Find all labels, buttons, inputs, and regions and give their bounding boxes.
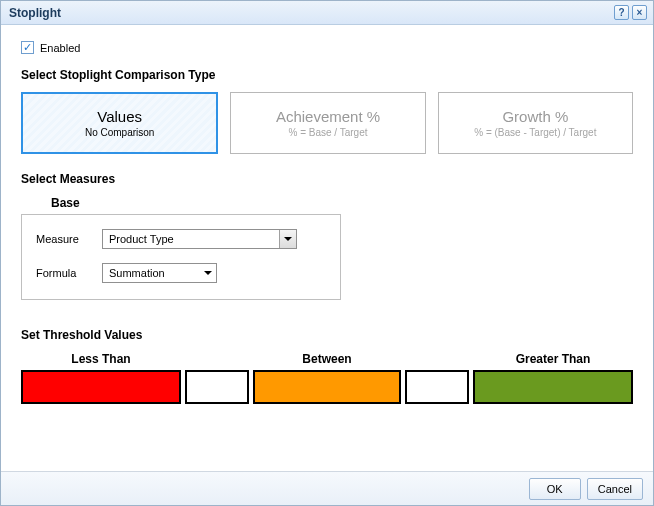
threshold-headers: Less Than Between Greater Than bbox=[21, 352, 633, 366]
measure-row: Measure Product Type bbox=[36, 229, 328, 249]
base-heading: Base bbox=[51, 196, 633, 210]
comparison-type-options: Values No Comparison Achievement % % = B… bbox=[21, 92, 633, 154]
ok-button[interactable]: OK bbox=[529, 478, 581, 500]
type-card-values-title: Values bbox=[97, 108, 142, 125]
enabled-row: ✓ Enabled bbox=[21, 41, 633, 54]
type-card-growth-subtitle: % = (Base - Target) / Target bbox=[474, 127, 596, 138]
help-icon[interactable]: ? bbox=[614, 5, 629, 20]
less-than-label: Less Than bbox=[21, 352, 181, 366]
stoplight-dialog: Stoplight ? × ✓ Enabled Select Stoplight… bbox=[0, 0, 654, 506]
high-threshold-input[interactable] bbox=[405, 370, 469, 404]
type-card-achievement-subtitle: % = Base / Target bbox=[288, 127, 367, 138]
formula-select-text: Summation bbox=[103, 267, 199, 279]
greater-than-label: Greater Than bbox=[473, 352, 633, 366]
enabled-checkbox[interactable]: ✓ bbox=[21, 41, 34, 54]
type-card-growth-title: Growth % bbox=[502, 108, 568, 125]
cancel-button[interactable]: Cancel bbox=[587, 478, 643, 500]
type-card-values-subtitle: No Comparison bbox=[85, 127, 154, 138]
titlebar-buttons: ? × bbox=[614, 5, 647, 20]
formula-row: Formula Summation bbox=[36, 263, 328, 283]
titlebar: Stoplight ? × bbox=[1, 1, 653, 25]
chevron-down-icon bbox=[199, 264, 216, 282]
base-panel: Measure Product Type Formula Summation bbox=[21, 214, 341, 300]
type-card-values[interactable]: Values No Comparison bbox=[21, 92, 218, 154]
less-than-color-swatch[interactable] bbox=[21, 370, 181, 404]
measure-select[interactable]: Product Type bbox=[102, 229, 297, 249]
comparison-type-heading: Select Stoplight Comparison Type bbox=[21, 68, 633, 82]
dialog-content: ✓ Enabled Select Stoplight Comparison Ty… bbox=[1, 25, 653, 471]
measure-select-text: Product Type bbox=[103, 233, 279, 245]
type-card-growth[interactable]: Growth % % = (Base - Target) / Target bbox=[438, 92, 633, 154]
select-measures-heading: Select Measures bbox=[21, 172, 633, 186]
type-card-achievement-title: Achievement % bbox=[276, 108, 380, 125]
close-icon[interactable]: × bbox=[632, 5, 647, 20]
between-color-swatch[interactable] bbox=[253, 370, 401, 404]
dialog-footer: OK Cancel bbox=[1, 471, 653, 505]
chevron-down-icon bbox=[279, 230, 296, 248]
low-threshold-input[interactable] bbox=[185, 370, 249, 404]
greater-than-color-swatch[interactable] bbox=[473, 370, 633, 404]
formula-select[interactable]: Summation bbox=[102, 263, 217, 283]
type-card-achievement[interactable]: Achievement % % = Base / Target bbox=[230, 92, 425, 154]
enabled-label: Enabled bbox=[40, 42, 80, 54]
formula-label: Formula bbox=[36, 267, 88, 279]
measure-label: Measure bbox=[36, 233, 88, 245]
window-title: Stoplight bbox=[9, 6, 614, 20]
threshold-row bbox=[21, 370, 633, 404]
between-label: Between bbox=[249, 352, 405, 366]
threshold-heading: Set Threshold Values bbox=[21, 328, 633, 342]
